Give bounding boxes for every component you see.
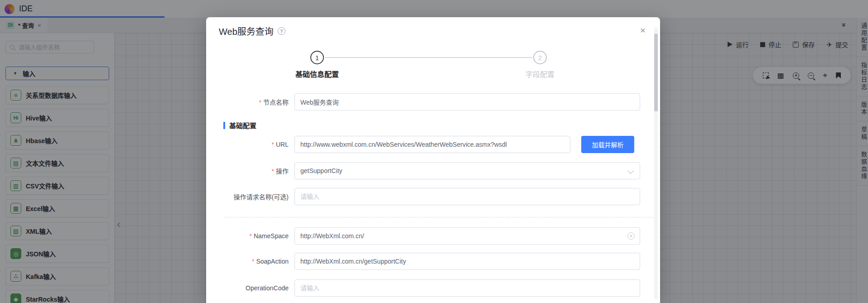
basic-config-section: 基础配置 <box>223 120 256 130</box>
label-text: SoapAction <box>256 258 289 265</box>
operation-select[interactable] <box>294 162 640 179</box>
label-text: NameSpace <box>254 232 289 240</box>
help-icon[interactable]: ? <box>278 27 285 35</box>
url-row: *URL 加载并解析 <box>212 136 640 153</box>
op-request-name-label: 操作请求名称(可选) <box>212 192 294 201</box>
modal-close-icon[interactable]: × <box>640 25 646 35</box>
label-text: 操作请求名称(可选) <box>234 193 289 201</box>
label-text: 节点名称 <box>263 99 289 106</box>
web-service-query-modal: Web服务查询 ? × 1 2 基础信息配置 字段配置 *节点名称 基础配置 *… <box>206 17 660 303</box>
clear-icon[interactable]: × <box>627 232 635 240</box>
step-1-label: 基础信息配置 <box>267 68 367 79</box>
modal-scrollbar-track[interactable] <box>654 27 658 299</box>
step-1-circle: 1 <box>310 51 324 64</box>
required-mark: * <box>272 141 274 148</box>
stepper-connector <box>325 57 532 58</box>
step-2-label: 字段配置 <box>490 68 590 79</box>
label-text: OperationCode <box>246 284 289 292</box>
required-mark: * <box>250 232 252 240</box>
node-name-row: *节点名称 <box>212 93 640 111</box>
label-text: 操作 <box>276 168 289 175</box>
required-mark: * <box>259 99 261 106</box>
soap-action-input[interactable] <box>294 253 640 270</box>
section-accent-bar <box>223 122 225 129</box>
soap-action-label: *SoapAction <box>212 258 294 265</box>
op-request-name-row: 操作请求名称(可选) <box>212 188 640 205</box>
required-mark: * <box>272 168 274 175</box>
node-name-label: *节点名称 <box>212 97 294 106</box>
namespace-field: × <box>294 227 640 245</box>
load-parse-button[interactable]: 加载并解析 <box>581 136 634 153</box>
op-request-name-input[interactable] <box>294 188 640 205</box>
operation-label: *操作 <box>212 166 294 175</box>
operation-code-row: OperationCode <box>212 279 640 297</box>
soap-action-row: *SoapAction <box>212 253 640 270</box>
ide-screen: IDE DI * 查询 × » ▼ 输入 ≡ 关系型数据库输入 Hi Hive输… <box>0 0 868 303</box>
namespace-label: *NameSpace <box>212 232 294 240</box>
modal-scrollbar-thumb[interactable] <box>654 34 658 111</box>
label-text: URL <box>276 141 289 148</box>
operation-code-input[interactable] <box>294 279 640 297</box>
namespace-row: *NameSpace × <box>212 227 640 245</box>
operation-row: *操作 <box>212 162 640 179</box>
namespace-input[interactable] <box>294 227 640 245</box>
dashed-divider <box>224 217 654 217</box>
url-input[interactable] <box>294 136 570 153</box>
operation-code-label: OperationCode <box>212 284 294 292</box>
step-2-circle: 2 <box>533 51 547 64</box>
required-mark: * <box>252 258 254 265</box>
section-title: 基础配置 <box>229 120 256 130</box>
operation-select-value[interactable] <box>294 162 640 179</box>
modal-header: Web服务查询 ? <box>219 24 285 38</box>
modal-title: Web服务查询 <box>219 24 274 38</box>
url-label: *URL <box>212 141 294 148</box>
node-name-input[interactable] <box>294 93 640 111</box>
